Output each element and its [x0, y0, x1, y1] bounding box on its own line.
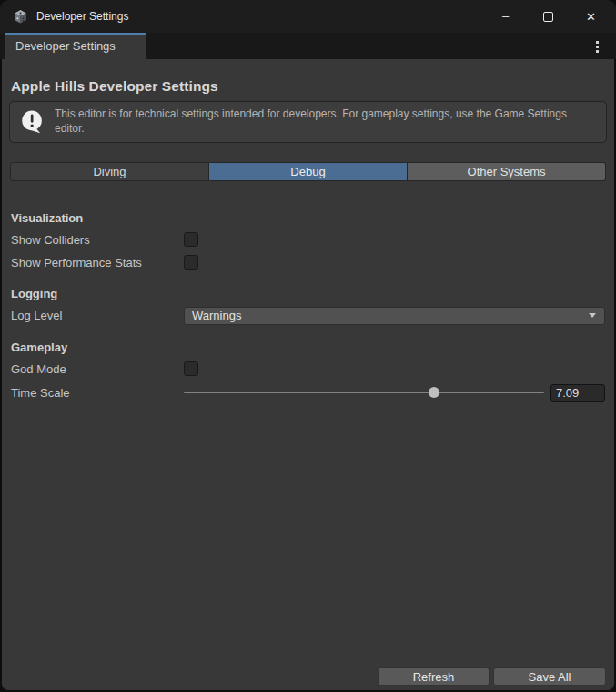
tab-diving[interactable]: Diving	[10, 162, 209, 181]
god-mode-checkbox[interactable]	[184, 361, 198, 376]
log-level-label: Log Level	[11, 309, 184, 322]
section-title-gameplay: Gameplay	[2, 341, 614, 355]
log-level-value: Warnings	[192, 309, 241, 322]
footer-actions: Refresh Save All	[378, 667, 606, 686]
notice-text: This editor is for technical settings in…	[55, 107, 591, 137]
editor-tab-bar: Developer Settings	[0, 33, 616, 59]
refresh-button[interactable]: Refresh	[378, 667, 490, 686]
settings-content-panel: Apple Hills Developer Settings This edit…	[2, 59, 614, 690]
tab-debug[interactable]: Debug	[209, 162, 408, 181]
developer-settings-window: Developer Settings – ✕ Developer Setting…	[0, 0, 616, 692]
row-god-mode: God Mode	[2, 361, 614, 377]
window-titlebar: Developer Settings – ✕	[0, 0, 616, 33]
category-toolbar: Diving Debug Other Systems	[10, 162, 606, 181]
window-controls: – ✕	[484, 0, 616, 33]
slider-track[interactable]	[184, 392, 544, 393]
kebab-menu-icon	[596, 41, 599, 44]
warning-bubble-icon	[20, 109, 45, 134]
show-colliders-checkbox[interactable]	[184, 232, 198, 247]
show-colliders-label: Show Colliders	[11, 233, 184, 247]
close-icon: ✕	[586, 11, 596, 23]
developer-notice-box: This editor is for technical settings in…	[9, 101, 607, 143]
show-performance-stats-checkbox[interactable]	[184, 255, 198, 270]
row-time-scale: Time Scale 7.09	[2, 384, 614, 402]
show-performance-stats-label: Show Performance Stats	[11, 256, 184, 270]
god-mode-label: God Mode	[11, 362, 184, 376]
log-level-dropdown[interactable]: Warnings	[184, 307, 605, 325]
window-title: Developer Settings	[36, 10, 128, 23]
time-scale-slider-knob[interactable]	[429, 387, 439, 398]
save-all-button[interactable]: Save All	[493, 667, 606, 686]
tab-label: Developer Settings	[15, 39, 116, 53]
tab-menu-button[interactable]	[591, 39, 603, 54]
time-scale-value-field[interactable]: 7.09	[550, 384, 605, 402]
time-scale-label: Time Scale	[11, 386, 184, 400]
tab-other-systems[interactable]: Other Systems	[408, 162, 606, 181]
maximize-button[interactable]	[527, 0, 570, 33]
section-title-logging: Logging	[2, 287, 614, 301]
maximize-icon	[543, 12, 553, 22]
unity-cube-icon	[13, 9, 28, 25]
close-button[interactable]: ✕	[570, 0, 612, 33]
row-log-level: Log Level Warnings	[2, 307, 614, 325]
row-show-colliders: Show Colliders	[2, 232, 614, 248]
page-title: Apple Hills Developer Settings	[2, 59, 614, 95]
time-scale-slider[interactable]	[184, 384, 544, 402]
row-show-performance-stats: Show Performance Stats	[2, 255, 614, 270]
tab-developer-settings[interactable]: Developer Settings	[5, 33, 146, 59]
chevron-down-icon	[589, 313, 596, 318]
minimize-button[interactable]: –	[484, 0, 527, 33]
minimize-icon: –	[502, 10, 509, 22]
section-title-visualization: Visualization	[2, 211, 614, 226]
